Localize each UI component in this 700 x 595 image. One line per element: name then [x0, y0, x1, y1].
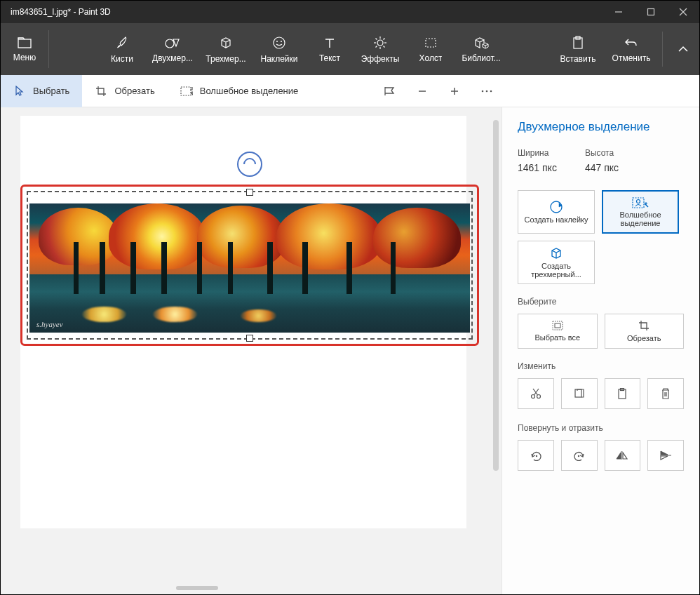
chevron-up-icon [678, 46, 689, 53]
svg-point-8 [281, 41, 282, 42]
select-all-button[interactable]: Выбрать все [518, 314, 598, 349]
stickers-label: Наклейки [260, 54, 297, 64]
cut-button[interactable] [518, 378, 554, 409]
selection-highlight: s.hyayev [20, 185, 479, 346]
effects-icon [373, 36, 387, 50]
library-button[interactable]: Библиот... [455, 23, 508, 75]
svg-point-28 [551, 201, 562, 213]
cube-icon [219, 36, 233, 50]
window-title: im843651_l.jpg* - Paint 3D [11, 7, 111, 17]
toolbar: Выбрать Обрезать Волшебное выделение [1, 75, 699, 107]
zoom-in-button[interactable] [438, 75, 471, 107]
horizontal-scrollbar[interactable] [176, 586, 218, 590]
magic-select-tile[interactable]: Волшебное выделение [602, 190, 679, 234]
svg-rect-21 [181, 87, 191, 95]
flag-icon [384, 86, 396, 96]
trash-icon [661, 388, 671, 399]
svg-rect-31 [553, 321, 563, 330]
svg-point-34 [537, 395, 540, 399]
paste-label: Вставить [560, 54, 596, 64]
paste-icon [572, 36, 584, 50]
panel-title: Двухмерное выделение [518, 120, 684, 134]
rotate-handle[interactable] [237, 152, 262, 177]
3d-shapes-button[interactable]: Трехмер... [199, 23, 253, 75]
make-3d-tile[interactable]: Создать трехмерный... [518, 241, 595, 284]
menu-button[interactable]: Меню [1, 23, 48, 75]
svg-rect-35 [575, 389, 581, 397]
undo-icon [624, 36, 638, 49]
maximize-button[interactable] [635, 1, 667, 23]
rotate-right-button[interactable] [561, 440, 598, 471]
undo-label: Отменить [612, 53, 651, 63]
magic-select-icon [180, 85, 193, 98]
svg-rect-4 [18, 39, 31, 48]
2d-shapes-button[interactable]: Двухмер... [146, 23, 199, 75]
select-tool-button[interactable]: Выбрать [1, 75, 82, 107]
paste-edit-button[interactable] [605, 378, 641, 409]
delete-button[interactable] [647, 378, 684, 409]
dimensions-row: Ширина 1461 пкс Высота 447 пкс [518, 148, 684, 173]
choose-label: Выберите [518, 297, 684, 307]
folder-icon [18, 37, 32, 48]
effects-button[interactable]: Эффекты [354, 23, 407, 75]
cut-icon [530, 388, 541, 399]
edit-label: Изменить [518, 361, 684, 371]
2d-shapes-label: Двухмер... [152, 53, 193, 63]
undo-button[interactable]: Отменить [605, 23, 658, 75]
rotate-left-button[interactable] [518, 440, 554, 471]
svg-point-39 [577, 455, 579, 457]
more-button[interactable] [471, 75, 503, 107]
3d-view-button[interactable] [374, 75, 406, 107]
vertical-scrollbar[interactable] [493, 120, 499, 471]
titlebar: im843651_l.jpg* - Paint 3D [1, 1, 699, 23]
svg-point-5 [166, 39, 174, 48]
magic-label: Волшебное выделение [200, 86, 299, 96]
svg-point-33 [531, 395, 534, 399]
copy-button[interactable] [561, 378, 598, 409]
rotate-right-icon [573, 450, 586, 461]
flip-vertical-button[interactable] [647, 440, 684, 471]
ribbon: Меню Кисти Двухмер... Трехмер... Наклейк… [1, 23, 699, 75]
selection-handle-top[interactable] [246, 189, 253, 196]
flip-horizontal-button[interactable] [605, 440, 641, 471]
crop-icon [638, 320, 649, 331]
make-sticker-label: Создать наклейку [524, 215, 588, 224]
selection-handle-bottom[interactable] [246, 335, 253, 342]
shapes-2d-icon [165, 36, 180, 49]
svg-line-17 [384, 39, 385, 40]
minimize-button[interactable] [603, 1, 635, 23]
expand-ribbon-button[interactable] [667, 23, 699, 75]
minus-icon [417, 86, 427, 96]
crop-button[interactable]: Обрезать [605, 314, 685, 349]
svg-rect-32 [555, 323, 560, 328]
painting-image: s.hyayev [29, 203, 470, 333]
text-button[interactable]: Текст [306, 23, 354, 75]
zoom-out-button[interactable] [406, 75, 438, 107]
stickers-button[interactable]: Наклейки [253, 23, 306, 75]
crop-label: Обрезать [114, 86, 154, 96]
svg-point-25 [482, 90, 484, 92]
text-label: Текст [319, 53, 340, 63]
canvas-area[interactable]: s.hyayev [1, 107, 502, 595]
canvas-button[interactable]: Холст [407, 23, 455, 75]
svg-line-14 [376, 39, 377, 40]
main-area: s.hyayev Двухмерное выделение Ширина 146… [1, 107, 699, 595]
painting-signature: s.hyayev [36, 320, 63, 328]
rotate-left-icon [530, 450, 542, 461]
library-label: Библиот... [462, 53, 500, 63]
select-all-label: Выбрать все [534, 333, 580, 342]
cursor-icon [13, 85, 26, 98]
close-button[interactable] [667, 1, 699, 23]
crop-icon [95, 85, 107, 98]
select-all-icon [552, 321, 563, 330]
sticker-icon [272, 36, 286, 50]
paste-button[interactable]: Вставить [551, 23, 605, 75]
svg-point-9 [377, 40, 383, 46]
magic-select-button[interactable]: Волшебное выделение [168, 75, 311, 107]
make-sticker-tile[interactable]: Создать наклейку [518, 190, 595, 234]
ellipsis-icon [481, 90, 492, 93]
crop-tool-button[interactable]: Обрезать [82, 75, 167, 107]
canvas-label: Холст [419, 53, 443, 63]
canvas-icon [424, 36, 438, 49]
brushes-button[interactable]: Кисти [98, 23, 146, 75]
